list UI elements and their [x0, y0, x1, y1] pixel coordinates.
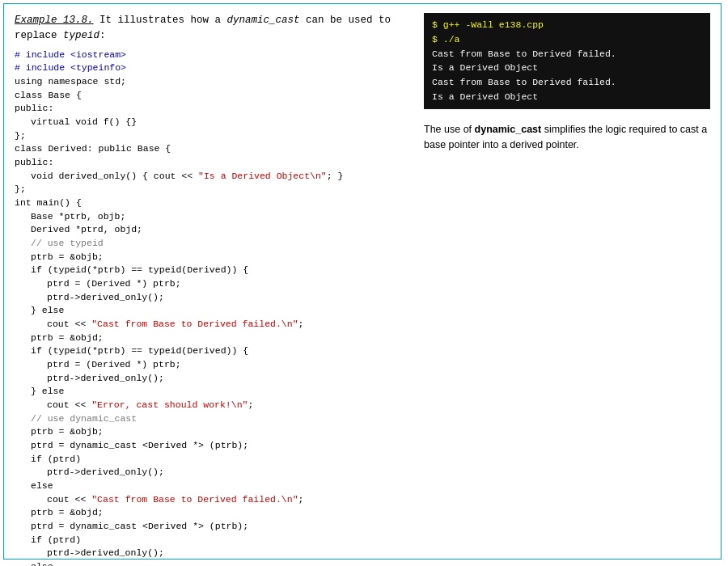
code-line-26: } else: [15, 385, 411, 399]
code-line-31: if (ptrd): [15, 453, 411, 467]
code-line-33: else: [15, 479, 411, 493]
terminal-line-1: $ g++ -Wall e138.cpp: [432, 18, 702, 32]
code-line-30: ptrd = dynamic_cast <Derived *> (ptrb);: [15, 439, 411, 453]
terminal-line-6: Is a Derived Object: [432, 90, 702, 104]
code-line-15: // use typeid: [15, 237, 411, 251]
main-row: Example 13.8. It illustrates how a dynam…: [6, 6, 718, 566]
terminal-line-2: $ ./a: [432, 32, 702, 47]
code-block: # include <iostream> # include <typeinfo…: [15, 49, 411, 567]
left-panel: Example 13.8. It illustrates how a dynam…: [15, 13, 411, 566]
code-line-11: };: [15, 183, 411, 196]
description-text: The use of dynamic_cast simplifies the l…: [424, 122, 710, 154]
code-line-3: using namespace std;: [15, 75, 411, 89]
code-line-4: class Base {: [15, 89, 411, 103]
code-line-32: ptrd->derived_only();: [15, 466, 411, 479]
code-line-17: if (typeid(*ptrb) == typeid(Derived)) {: [15, 264, 411, 277]
example-title: Example 13.8. It illustrates how a dynam…: [15, 13, 411, 44]
code-line-10: void derived_only() { cout << "Is a Deri…: [15, 170, 411, 184]
code-line-28: // use dynamic_cast: [15, 412, 411, 426]
code-line-1: # include <iostream>: [15, 49, 411, 62]
code-line-14: Derived *ptrd, objd;: [15, 223, 411, 237]
code-line-38: ptrd->derived_only();: [15, 547, 411, 560]
code-line-5: public:: [15, 102, 411, 116]
content-area: Example 13.8. It illustrates how a dynam…: [6, 6, 718, 556]
code-line-16: ptrb = &objb;: [15, 251, 411, 264]
code-line-21: cout << "Cast from Base to Derived faile…: [15, 318, 411, 332]
code-line-25: ptrd->derived_only();: [15, 372, 411, 386]
code-line-23: if (typeid(*ptrb) == typeid(Derived)) {: [15, 344, 411, 358]
right-panel: $ g++ -Wall e138.cpp $ ./a Cast from Bas…: [424, 13, 710, 566]
code-line-37: if (ptrd): [15, 534, 411, 547]
code-line-39: else: [15, 560, 411, 566]
code-line-9: public:: [15, 156, 411, 170]
code-line-29: ptrb = &objb;: [15, 425, 411, 439]
terminal-line-3: Cast from Base to Derived failed.: [432, 47, 702, 61]
code-line-18: ptrd = (Derived *) ptrb;: [15, 277, 411, 291]
terminal-box: $ g++ -Wall e138.cpp $ ./a Cast from Bas…: [424, 13, 710, 109]
code-line-12: int main() {: [15, 196, 411, 210]
code-line-27: cout << "Error, cast should work!\n";: [15, 399, 411, 412]
code-line-8: class Derived: public Base {: [15, 142, 411, 156]
code-line-2: # include <typeinfo>: [15, 61, 411, 75]
dynamic-cast-bold: dynamic_cast: [475, 124, 542, 135]
code-line-7: };: [15, 129, 411, 143]
example-label: Example 13.8.: [15, 15, 94, 26]
code-line-24: ptrd = (Derived *) ptrb;: [15, 358, 411, 372]
terminal-line-5: Cast from Base to Derived failed.: [432, 75, 702, 90]
code-line-6: virtual void f() {}: [15, 116, 411, 129]
code-line-19: ptrd->derived_only();: [15, 291, 411, 305]
code-line-35: ptrb = &objd;: [15, 506, 411, 520]
code-line-20: } else: [15, 304, 411, 318]
code-line-22: ptrb = &objd;: [15, 332, 411, 345]
code-line-13: Base *ptrb, objb;: [15, 210, 411, 224]
code-line-36: ptrd = dynamic_cast <Derived *> (ptrb);: [15, 520, 411, 534]
code-line-34: cout << "Cast from Base to Derived faile…: [15, 493, 411, 507]
terminal-line-4: Is a Derived Object: [432, 61, 702, 75]
